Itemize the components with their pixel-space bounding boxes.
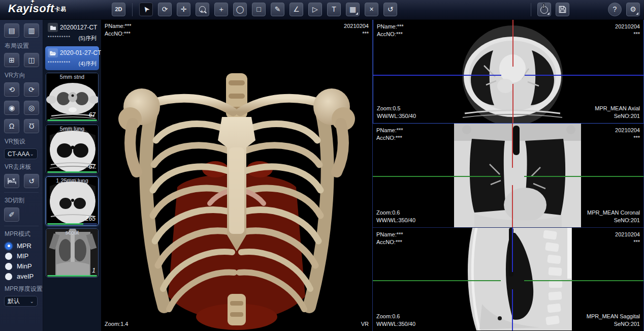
vr-overlay-bottomleft: Zoom:1.4 <box>105 320 128 328</box>
arrow-annotation-icon: ▷ <box>312 3 318 16</box>
angle-tool-button[interactable]: ∠ <box>289 3 303 16</box>
coronal-overlay-bottomleft: Zoom:0.6 WW/WL:350/40 <box>376 209 415 224</box>
radio-label: aveIP <box>17 273 34 280</box>
toolbar-separator <box>531 3 531 16</box>
coronal-crosshair-horizontal-green[interactable] <box>524 176 644 177</box>
series-panel: 20200127-CT ********** (5)序列 2020-01-27-… <box>43 19 101 331</box>
far-right-tool-group: ? ⚙ <box>608 3 640 16</box>
layout-grid-button[interactable]: ⊞ <box>4 53 19 67</box>
vr-reset-button[interactable]: ↺ <box>24 174 39 188</box>
measure-tool-button[interactable]: ✎ <box>271 3 284 16</box>
remove-bed-button[interactable] <box>4 174 19 188</box>
study-title: 20200127-CT <box>60 24 97 31</box>
folder-closed-icon <box>48 23 58 32</box>
mpr-mode-radio-aveip[interactable]: aveIP <box>5 272 43 281</box>
3d-cut-knife-button[interactable]: ✐ <box>4 207 19 222</box>
study-item-20200127[interactable]: 20200127-CT ********** (5)序列 <box>45 21 99 45</box>
axial-crosshair-horizontal-blue[interactable] <box>373 75 501 76</box>
sagittal-crosshair-horizontal-green[interactable] <box>524 280 644 281</box>
sagittal-crosshair-vertical-blue[interactable] <box>512 228 513 272</box>
study-date: 20210204 <box>615 23 640 31</box>
sagittal-crosshair-horizontal-green[interactable] <box>373 280 501 281</box>
ellipse-roi-tool-button[interactable]: ◯ <box>233 3 247 16</box>
radio-icon <box>5 273 12 280</box>
pan-tool-button[interactable]: ✛ <box>177 3 190 16</box>
power-button[interactable] <box>537 3 551 16</box>
zoom-factor: Zoom:1.4 <box>105 320 128 328</box>
mpr-sagittal-viewport[interactable]: PName:*** AccNO:*** 20210204 *** Zoom:0.… <box>373 228 644 331</box>
vr-rotate-left-button[interactable]: ⟲ <box>4 82 19 97</box>
crosshair-tool-button[interactable]: ＋ <box>214 3 228 16</box>
mpr-thickness-value: 默认 <box>8 297 20 306</box>
sagittal-crosshair-vertical-blue[interactable] <box>512 289 513 330</box>
accession-number: AccNO:*** <box>376 238 403 246</box>
patient-name: PName:*** <box>376 127 403 134</box>
vr-ribcage-rendering <box>101 19 372 331</box>
vr-head-view-button[interactable]: Ω <box>4 119 19 133</box>
rect-roi-tool-button[interactable]: □ <box>252 3 266 16</box>
thumbnail-image-count: 1 <box>92 267 95 274</box>
divider <box>4 192 39 193</box>
vr-posterior-button[interactable]: ◎ <box>24 101 39 115</box>
cursor-tool-button[interactable]: ➤ <box>139 3 153 16</box>
layout-2d-button[interactable]: 2D <box>112 3 125 16</box>
series-thumbnail-5mm-stnd[interactable]: 5mm stnd 67 <box>46 73 99 122</box>
mpr-mode-radio-mip[interactable]: MIP <box>5 251 43 261</box>
arrow-annotation-tool-button[interactable]: ▷ <box>308 3 322 16</box>
reset-view-button[interactable]: ↺ <box>383 3 397 16</box>
sagittal-overlay-bottomright: MPR_MEAN Saggital SeNO:201 <box>587 313 640 328</box>
key-image-tool-button[interactable]: ▦ <box>346 3 360 16</box>
save-button[interactable] <box>556 3 569 16</box>
save-icon <box>559 6 566 13</box>
delete-annotation-button[interactable]: × <box>365 3 378 16</box>
vr-preset-select[interactable]: CT-AAA ⌄ <box>4 148 38 159</box>
report-panel-toggle-button[interactable]: ▥ <box>24 23 39 38</box>
mpr-axial-viewport[interactable]: PName:*** AccNO:*** 20210204 *** Zoom:0.… <box>373 19 644 124</box>
axial-crosshair-vertical-red[interactable] <box>512 20 513 67</box>
zoom-tool-button[interactable] <box>196 3 209 16</box>
help-button[interactable]: ? <box>608 3 622 16</box>
study-series-count: (4)序列 <box>79 60 96 68</box>
vr-overlay-topleft: PName:*** AccNO:*** <box>105 22 132 38</box>
thumbnail-progress-bar <box>47 119 97 121</box>
mpr-thickness-select[interactable]: 默认 ⌄ <box>4 296 38 307</box>
series-thumbnail-1-25mm-lung[interactable]: 1.25mm lung 265 <box>46 176 99 226</box>
radio-icon <box>5 253 12 260</box>
study-item-2020-01-27[interactable]: 2020-01-27-CT ********** (4)序列 <box>45 46 99 70</box>
vr-rotate-right-button[interactable]: ⟳ <box>24 82 39 97</box>
study-title: 2020-01-27-CT <box>60 49 101 56</box>
axial-crosshair-horizontal-blue[interactable] <box>525 75 644 76</box>
coronal-crosshair-vertical-red[interactable] <box>512 124 513 168</box>
series-thumbnail-scout[interactable]: scout 1 <box>46 228 99 278</box>
top-toolbar: Kayisoft卡易 ✦ 2D ➤ ⟳ ✛ ＋ ◯ □ ✎ ∠ ▷ T ▦ × … <box>0 0 644 20</box>
vr-feet-view-button[interactable]: Ω <box>24 119 39 133</box>
mpr-mode-radio-mpr[interactable]: MPR <box>5 241 43 251</box>
main-tool-group: 2D ➤ ⟳ ✛ ＋ ◯ □ ✎ ∠ ▷ T ▦ × ↺ <box>112 3 397 16</box>
series-panel-toggle-button[interactable]: ▤ <box>4 23 19 38</box>
masked-value: *** <box>615 31 640 38</box>
render-mode-label: VR <box>361 320 369 328</box>
series-thumbnail-5mm-lung[interactable]: 5mm lung 67 <box>46 125 99 174</box>
folder-open-icon <box>48 48 58 57</box>
thumbnail-title: 1.25mm lung <box>46 177 98 184</box>
zoom-factor: Zoom:0.6 <box>376 313 415 320</box>
rotate-3d-tool-button[interactable]: ⟳ <box>158 3 172 16</box>
vr-anterior-button[interactable]: ◉ <box>4 101 19 115</box>
axial-crosshair-vertical-red[interactable] <box>512 84 513 123</box>
split-layout-icon: ◫ <box>28 56 35 64</box>
text-annotation-tool-button[interactable]: T <box>327 3 341 16</box>
mpr-mode-radio-minp[interactable]: MinP <box>5 261 43 271</box>
mpr-coronal-viewport[interactable]: PName:*** AccNO:*** 20210204 *** Zoom:0.… <box>373 124 644 228</box>
bed-remove-icon <box>8 177 16 185</box>
coronal-crosshair-vertical-red[interactable] <box>512 185 513 227</box>
reset-icon: ↺ <box>388 3 394 16</box>
axial-overlay-bottomright: MPR_MEAN Axial SeNO:201 <box>595 105 640 120</box>
settings-button[interactable]: ⚙ <box>626 3 640 16</box>
coronal-crosshair-horizontal-green[interactable] <box>373 176 501 177</box>
vr-viewport[interactable]: PName:*** AccNO:*** 20210204 *** Zoom:1.… <box>101 19 372 331</box>
left-sidebar: ▤ ▥ 布局设置 ⊞ ◫ VR方向 ⟲ ⟳ ◉ ◎ Ω Ω VR预设 CT-AA… <box>0 19 43 331</box>
layout-right-panel-button[interactable]: ◫ <box>24 53 39 67</box>
cursor-icon: ➤ <box>139 3 153 16</box>
plane-label: MPR_MEAN Coronal <box>587 209 640 217</box>
mpr-viewport-stack: PName:*** AccNO:*** 20210204 *** Zoom:0.… <box>372 19 644 331</box>
